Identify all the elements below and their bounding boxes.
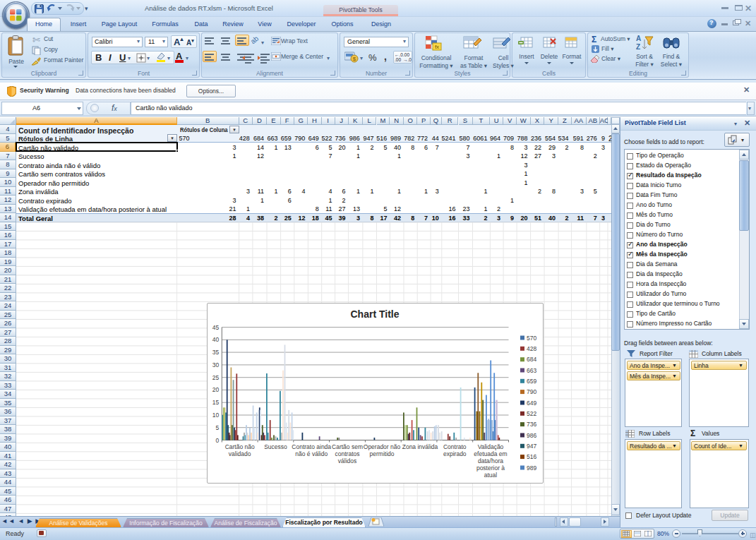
svg-text:Cartão sem: Cartão sem — [332, 443, 363, 450]
svg-text:35: 35 — [212, 349, 220, 356]
svg-text:522: 522 — [527, 409, 536, 416]
svg-text:validado: validado — [229, 450, 251, 457]
svg-text:45: 45 — [212, 323, 220, 330]
svg-text:Sucesso: Sucesso — [264, 443, 287, 450]
svg-text:5: 5 — [216, 424, 220, 431]
svg-text:válidos: válidos — [338, 457, 356, 464]
svg-text:Contrato: Contrato — [443, 443, 467, 450]
svg-text:Zona inválida: Zona inválida — [402, 443, 438, 450]
svg-text:659: 659 — [527, 377, 536, 384]
svg-text:986: 986 — [527, 431, 536, 438]
svg-text:428: 428 — [527, 344, 536, 352]
svg-text:posterior à: posterior à — [476, 464, 505, 471]
svg-text:A: A — [636, 35, 641, 42]
svg-text:0: 0 — [216, 436, 220, 443]
svg-text:Validação: Validação — [478, 443, 504, 450]
svg-text:684: 684 — [527, 356, 536, 363]
svg-text:Contrato ainda: Contrato ainda — [292, 443, 331, 450]
svg-text:não é válido: não é válido — [295, 450, 328, 457]
svg-text:10: 10 — [212, 412, 220, 419]
svg-text:570: 570 — [527, 334, 536, 341]
svg-text:$: $ — [353, 56, 356, 62]
svg-text:790: 790 — [527, 388, 536, 395]
svg-text:40: 40 — [212, 336, 220, 343]
svg-text:649: 649 — [527, 399, 536, 406]
svg-text:contratos: contratos — [335, 450, 360, 457]
svg-text:Z: Z — [636, 43, 640, 51]
svg-text:989: 989 — [527, 464, 536, 471]
svg-text:663: 663 — [527, 366, 536, 373]
svg-text:947: 947 — [527, 442, 536, 449]
svg-text:516: 516 — [527, 453, 536, 460]
svg-text:15: 15 — [212, 399, 220, 406]
svg-text:permitido: permitido — [370, 450, 395, 457]
svg-text:efetuada em: efetuada em — [474, 450, 507, 457]
svg-text:Chart Title: Chart Title — [351, 308, 400, 320]
svg-text:736: 736 — [527, 421, 536, 428]
svg-text:fx: fx — [435, 44, 439, 50]
svg-text:25: 25 — [212, 373, 220, 380]
svg-text:30: 30 — [212, 361, 220, 368]
svg-text:data/hora: data/hora — [478, 457, 503, 464]
svg-text:Cartão não: Cartão não — [225, 443, 255, 450]
svg-text:Operador não: Operador não — [364, 443, 401, 450]
svg-text:atual: atual — [484, 471, 498, 478]
svg-text:expirado: expirado — [443, 450, 467, 457]
svg-text:20: 20 — [212, 386, 220, 393]
